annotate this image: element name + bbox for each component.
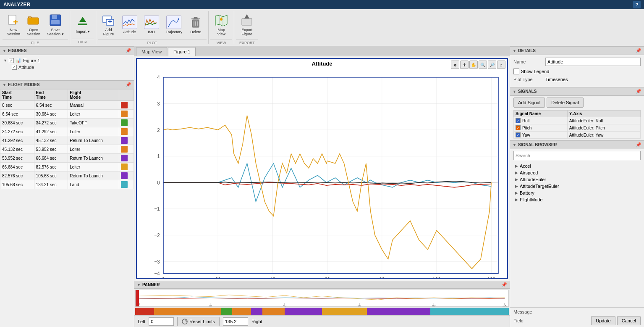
attitude-checkbox[interactable]: ✓ [12, 65, 17, 70]
export-figure-icon [240, 13, 254, 27]
figure1-tree-item[interactable]: ▼ ✓ 📊 Figure 1 [2, 57, 132, 64]
svg-text:80: 80 [432, 304, 436, 306]
open-session-icon [27, 13, 40, 27]
end-time-cell: 30.684 sec [34, 110, 68, 119]
panner-pin[interactable]: 📌 [501, 282, 507, 287]
add-figure-label: AddFigure [103, 28, 114, 36]
signal-browser-item[interactable]: ▶ AttitudeTargetEuler [513, 183, 641, 190]
add-figure-button[interactable]: AddFigure [99, 12, 118, 38]
signal-browser-item[interactable]: ▶ Battery [513, 190, 641, 196]
signal-browser-item[interactable]: ▶ Accel [513, 163, 641, 169]
end-time-cell: 82.576 sec [34, 163, 68, 171]
add-signal-button[interactable]: Add Signal [513, 98, 545, 108]
name-input[interactable] [545, 58, 641, 66]
new-session-button[interactable]: NewSession [4, 12, 23, 38]
svg-marker-8 [79, 17, 86, 22]
export-group-label: EXPORT [236, 40, 258, 45]
plot-type-label: Plot Type [513, 77, 543, 82]
signals-collapse-arrow[interactable]: ▼ [513, 90, 516, 94]
open-session-button[interactable]: OpenSession [24, 12, 43, 38]
import-button[interactable]: Import ▾ [73, 13, 92, 35]
signal-name-col: Signal Name [514, 111, 568, 117]
signal-browser-item[interactable]: ▶ AttitudeEuler [513, 176, 641, 183]
signal-checkbox[interactable]: ✓ [516, 125, 521, 130]
flight-mode-row: 105.68 sec 134.21 sec Land [0, 180, 134, 189]
end-time-cell: 45.132 sec [34, 136, 68, 145]
attitude-plot-button[interactable]: Attitude [120, 14, 140, 36]
view-group-label: VIEW [210, 40, 232, 45]
signal-browser-title: SIGNAL BROWSER [518, 142, 557, 147]
tab-map-view[interactable]: Map View [136, 47, 167, 56]
trajectory-plot-button[interactable]: Trajectory [163, 14, 185, 36]
start-time-cell: 105.68 sec [0, 180, 34, 189]
svg-text:0: 0 [162, 276, 165, 278]
reset-limits-button[interactable]: Reset Limits [177, 317, 220, 326]
figures-pin[interactable]: 📌 [126, 48, 131, 53]
panner-content[interactable]: 0 20 40 60 80 100 [135, 290, 509, 307]
end-time-cell: 105.68 sec [34, 171, 68, 180]
details-collapse-arrow[interactable]: ▼ [513, 49, 516, 53]
signal-row: ✓ Roll AttitudeEuler: Roll [514, 117, 641, 124]
signal-name-cell: ✓ Yaw [514, 132, 568, 139]
flight-modes-pin[interactable]: 📌 [126, 82, 131, 87]
help-button[interactable]: ? [633, 1, 641, 8]
delete-button[interactable]: Delete [186, 14, 205, 36]
signal-search-input[interactable] [513, 151, 641, 160]
signals-title: SIGNALS [518, 89, 537, 94]
chart-svg-wrapper: 4 3 2 1 0 −1 −2 −3 −4 0 20 40 60 [137, 68, 507, 278]
attitude-tree-item[interactable]: ✓ Attitude [10, 64, 132, 71]
signal-name-cell: ✓ Roll [514, 117, 568, 124]
imu-plot-button[interactable]: IMU [141, 14, 162, 36]
panner-collapse-arrow[interactable]: ▼ [137, 283, 141, 287]
signal-yaxis-cell: AttitudeEuler: Pitch [567, 124, 640, 132]
export-buttons: ExportFigure [236, 11, 258, 39]
svg-text:−1: −1 [154, 206, 160, 212]
plot-group-label: PLOT [98, 40, 207, 45]
map-view-button[interactable]: MapView [212, 12, 230, 38]
export-figure-label: ExportFigure [241, 28, 252, 36]
left-label: Left [138, 319, 145, 324]
tab-figure1[interactable]: Figure 1 [168, 47, 196, 56]
left-value-input[interactable] [149, 317, 174, 326]
figure1-checkbox[interactable]: ✓ [9, 58, 14, 63]
flight-mode-row: 82.576 sec 105.68 sec Return To Launch [0, 171, 134, 180]
end-time-cell: 66.684 sec [34, 154, 68, 163]
name-row: Name [513, 58, 641, 66]
color-cell [119, 145, 134, 154]
signals-pin[interactable]: 📌 [636, 89, 641, 94]
flight-mode-segment [221, 308, 233, 315]
figure1-expand[interactable]: ▼ [3, 58, 7, 63]
cancel-button[interactable]: Cancel [617, 316, 641, 325]
flight-mode-segment [262, 308, 285, 315]
delete-signal-button[interactable]: Delete Signal [547, 98, 583, 108]
svg-text:1: 1 [157, 153, 160, 160]
export-figure-button[interactable]: ExportFigure [238, 12, 256, 38]
flight-modes-collapse-arrow[interactable]: ▼ [3, 83, 6, 87]
signal-browser-pin[interactable]: 📌 [636, 142, 641, 148]
flight-mode-bar [135, 308, 509, 315]
mode-cell: TakeOFF [68, 119, 119, 127]
save-session-button[interactable]: SaveSession ▾ [45, 12, 66, 38]
panner-title: PANNER [142, 282, 160, 287]
update-button[interactable]: Update [591, 316, 615, 325]
signal-expand-icon: ▶ [515, 171, 518, 175]
signal-checkbox[interactable]: ✓ [516, 132, 521, 137]
name-label: Name [513, 59, 543, 64]
signal-browser-collapse-arrow[interactable]: ▼ [513, 143, 516, 147]
figures-collapse-arrow[interactable]: ▼ [3, 49, 6, 53]
color-cell [119, 180, 134, 189]
color-cell [119, 163, 134, 171]
show-legend-checkbox[interactable] [513, 69, 519, 74]
details-pin[interactable]: 📌 [636, 48, 641, 53]
signal-checkbox[interactable]: ✓ [516, 118, 521, 123]
svg-text:4: 4 [157, 74, 160, 81]
data-buttons: Import ▾ [72, 11, 94, 38]
figures-title: FIGURES [8, 48, 26, 53]
right-value-input[interactable] [223, 317, 248, 326]
svg-text:2: 2 [157, 127, 160, 133]
signal-browser-item[interactable]: ▶ FlightMode [513, 196, 641, 203]
signal-browser-header: ▼ SIGNAL BROWSER 📌 [510, 140, 644, 149]
svg-text:100: 100 [502, 304, 507, 306]
signal-browser-item[interactable]: ▶ Airspeed [513, 169, 641, 176]
new-session-icon [7, 13, 20, 27]
